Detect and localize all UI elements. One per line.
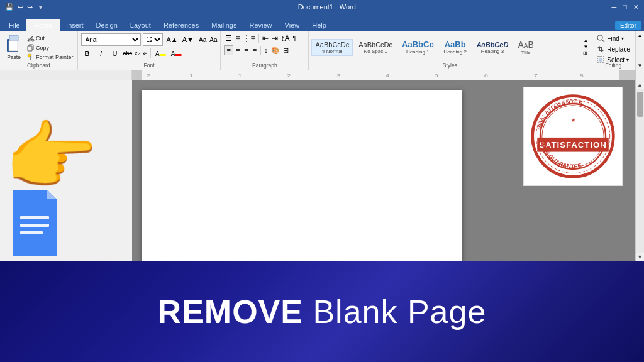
vscroll-thumb[interactable]: [637, 92, 643, 117]
styles-group-label: Styles: [309, 62, 591, 69]
svg-text:3: 3: [336, 74, 340, 79]
paste-button[interactable]: Paste: [2, 33, 26, 61]
tab-help[interactable]: Help: [306, 19, 333, 31]
app-container: 💾 ↩ ↪ ▾ Document1 - Word ─ □ ✕ File Home…: [0, 0, 644, 362]
styles-scroll: ▲ ▼ ⊞: [583, 33, 588, 61]
divider1: [150, 48, 151, 58]
close-btn[interactable]: ✕: [633, 3, 639, 11]
style-nospace[interactable]: AaBbCcDc No Spac...: [355, 39, 396, 56]
vscroll-up-arrow[interactable]: ▲: [637, 80, 643, 89]
subscript-btn[interactable]: x₂: [134, 50, 141, 57]
style-normal-preview: AaBbCcDc: [315, 41, 349, 48]
bottom-text: REMOVE Blank Page: [158, 293, 487, 331]
format-painter-label: Format Painter: [36, 54, 74, 60]
multilevel-btn[interactable]: ⋮≡: [242, 33, 256, 43]
bottom-text-normal: Blank Page: [303, 293, 486, 330]
tab-view[interactable]: View: [279, 19, 306, 31]
document-page[interactable]: [142, 90, 462, 261]
cut-label: Cut: [36, 35, 45, 41]
justify-btn[interactable]: ≡: [251, 46, 258, 55]
ruler-right-end: [635, 70, 644, 80]
maximize-btn[interactable]: □: [623, 3, 627, 11]
editor-btn[interactable]: Editor: [615, 21, 641, 30]
style-h2-label: Heading 2: [443, 49, 466, 55]
align-center-btn[interactable]: ≡: [234, 46, 242, 55]
clear-format-btn[interactable]: Aa: [197, 35, 208, 45]
sort-btn[interactable]: ↕A: [280, 33, 291, 43]
tab-mailings[interactable]: Mailings: [205, 19, 243, 31]
style-normal[interactable]: AaBbCcDc ¶ Normal: [311, 39, 353, 56]
replace-button[interactable]: Replace: [596, 45, 630, 53]
vscroll-track[interactable]: [636, 89, 644, 253]
shading-btn[interactable]: 🎨: [270, 46, 281, 55]
editing-group: Find ▾ Replace Select ▾ Editing: [591, 31, 635, 70]
svg-text:SATISFACTION: SATISFACTION: [539, 140, 606, 150]
style-heading1[interactable]: AaBbCc Heading 1: [398, 38, 438, 57]
ribbon-scroll-up[interactable]: ▲: [638, 33, 643, 38]
format-painter-button[interactable]: Format Painter: [26, 53, 75, 62]
ribbon-scroll-down[interactable]: ▼: [638, 63, 643, 69]
styles-more[interactable]: ⊞: [583, 51, 588, 56]
tab-review[interactable]: Review: [243, 19, 279, 31]
decrease-indent-btn[interactable]: ⇤: [261, 33, 270, 43]
svg-text:8: 8: [580, 74, 584, 79]
tab-insert[interactable]: Insert: [60, 19, 90, 31]
strikethrough-btn[interactable]: abc: [123, 50, 133, 57]
minimize-btn[interactable]: ─: [612, 3, 617, 11]
qat-save-icon[interactable]: 💾: [5, 3, 14, 11]
styles-scroll-up[interactable]: ▲: [583, 38, 588, 43]
svg-text:2: 2: [287, 74, 291, 79]
svg-rect-1: [9, 35, 18, 41]
tab-references[interactable]: References: [157, 19, 205, 31]
borders-btn[interactable]: ⊞: [282, 46, 290, 55]
svg-text:6: 6: [484, 74, 488, 79]
show-formatting-btn[interactable]: ¶: [292, 34, 298, 43]
change-case-btn[interactable]: Aa: [209, 36, 217, 43]
satisfaction-stamp: 100% GUARANTEE ★ ★ ★ SATISFACTION 100%: [523, 87, 623, 186]
style-title[interactable]: AaB Title: [514, 38, 537, 57]
svg-text:5: 5: [435, 74, 438, 79]
underline-btn[interactable]: U: [109, 48, 121, 59]
bullets-btn[interactable]: ☰: [224, 33, 233, 43]
tab-layout[interactable]: Layout: [124, 19, 157, 31]
cut-button[interactable]: Cut: [26, 34, 75, 43]
superscript-btn[interactable]: x²: [142, 50, 148, 57]
style-heading2[interactable]: AaBb Heading 2: [440, 38, 471, 57]
left-sidebar: 👈: [0, 80, 132, 261]
window-controls: ─ □ ✕: [612, 3, 639, 11]
font-size-select[interactable]: 12: [143, 33, 163, 46]
qat-dropdown[interactable]: ▾: [39, 4, 42, 11]
font-color-btn[interactable]: A▬: [169, 49, 184, 58]
align-right-btn[interactable]: ≡: [242, 46, 250, 55]
style-nospace-label: No Spac...: [364, 48, 387, 54]
qat-undo-icon[interactable]: ↩: [18, 3, 23, 11]
increase-indent-btn[interactable]: ⇥: [270, 33, 279, 43]
paragraph-group: ☰ ≡ ⋮≡ ⇤ ⇥ ↕A ¶ ≡ ≡ ≡ ≡ ↕ 🎨 ⊞ Paragraph: [221, 31, 309, 70]
tab-design[interactable]: Design: [90, 19, 124, 31]
line-spacing-btn[interactable]: ↕: [263, 46, 269, 55]
style-heading3[interactable]: AaBbCcD Heading 3: [473, 39, 513, 56]
tab-file[interactable]: File: [3, 19, 26, 31]
copy-button[interactable]: Copy: [26, 43, 75, 52]
font-shrink-btn[interactable]: A▼: [180, 35, 196, 45]
ruler-bar: 2 1 1 2 3 4 5 6 7 8: [0, 70, 644, 80]
align-left-btn[interactable]: ≡: [224, 45, 233, 55]
italic-btn[interactable]: I: [95, 48, 108, 59]
styles-scroll-down[interactable]: ▼: [583, 45, 588, 50]
replace-label: Replace: [607, 46, 630, 53]
qat-redo-icon[interactable]: ↪: [27, 3, 33, 11]
numbering-btn[interactable]: ≡: [234, 33, 241, 43]
vscroll-bar: ▲ ▼: [635, 80, 644, 261]
find-button[interactable]: Find ▾: [596, 34, 630, 43]
clipboard-group: Paste Cut Copy Format Painter Clipboard: [0, 31, 78, 70]
svg-rect-8: [30, 56, 31, 60]
font-grow-btn[interactable]: A▲: [165, 35, 180, 45]
font-group-label: Font: [78, 62, 221, 69]
ruler-white-area: 2 1 1 2 3 4 5 6 7 8: [142, 70, 619, 80]
bold-btn[interactable]: B: [81, 48, 94, 59]
svg-text:1: 1: [189, 74, 193, 79]
text-highlight-btn[interactable]: A▬: [153, 49, 168, 58]
vscroll-down-arrow[interactable]: ▼: [637, 253, 643, 261]
font-name-select[interactable]: Arial: [81, 33, 141, 46]
tab-home[interactable]: Home: [26, 19, 60, 31]
